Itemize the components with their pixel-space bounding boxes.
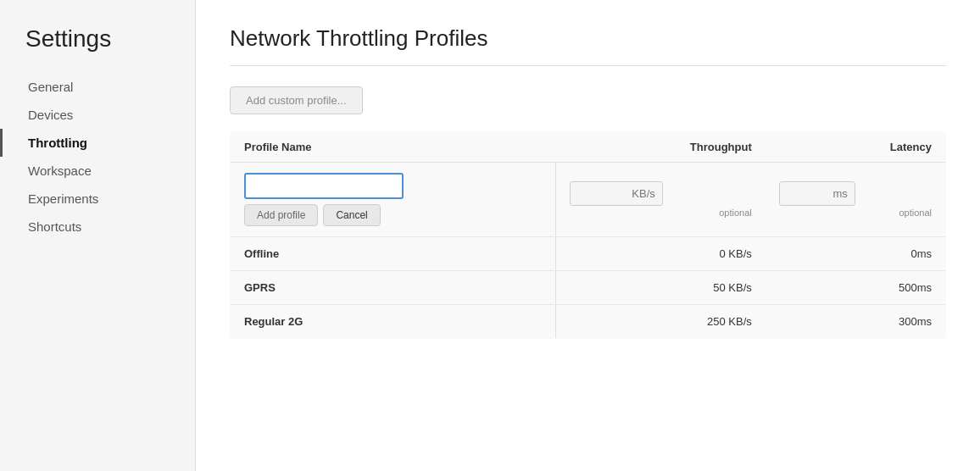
sidebar-title: Settings — [0, 25, 195, 73]
sidebar: Settings General Devices Throttling Work… — [0, 0, 195, 471]
page-title: Network Throttling Profiles — [230, 25, 946, 52]
col-header-profile-name: Profile Name — [231, 132, 556, 163]
table-row: Regular 2G 250 KB/s 300ms — [231, 305, 946, 339]
sidebar-item-general[interactable]: General — [0, 73, 195, 101]
sidebar-item-label: Workspace — [28, 163, 92, 178]
sidebar-item-label: Shortcuts — [28, 219, 81, 234]
sidebar-item-experiments[interactable]: Experiments — [0, 185, 195, 213]
sidebar-item-label: General — [28, 80, 73, 94]
table-row: Offline 0 KB/s 0ms — [231, 237, 946, 271]
sidebar-item-workspace[interactable]: Workspace — [0, 157, 195, 185]
table-header-row: Profile Name Throughput Latency — [231, 132, 946, 163]
main-content: Network Throttling Profiles Add custom p… — [195, 0, 980, 471]
throughput-cell: 0 KB/s — [555, 237, 765, 271]
sidebar-item-throttling[interactable]: Throttling — [0, 129, 195, 157]
col-header-latency: Latency — [766, 132, 946, 163]
sidebar-item-label: Experiments — [28, 191, 98, 206]
latency-input[interactable] — [779, 181, 855, 206]
throughput-optional-label: optional — [570, 206, 752, 218]
profile-name-cell: Regular 2G — [231, 305, 556, 339]
throughput-input-group: optional — [570, 181, 752, 218]
divider — [230, 65, 946, 66]
latency-cell: 500ms — [766, 271, 946, 305]
add-profile-row: Add profile Cancel optional optional — [231, 163, 946, 237]
sidebar-item-shortcuts[interactable]: Shortcuts — [0, 213, 195, 241]
latency-cell: 300ms — [766, 305, 946, 339]
latency-optional-label: optional — [779, 206, 932, 218]
throughput-cell: 50 KB/s — [555, 271, 765, 305]
sidebar-item-label: Devices — [28, 108, 73, 122]
latency-input-group: optional — [779, 181, 932, 218]
sidebar-item-devices[interactable]: Devices — [0, 101, 195, 129]
profile-name-cell: GPRS — [231, 271, 556, 305]
add-row-name-cell: Add profile Cancel — [231, 163, 556, 237]
col-header-throughput: Throughput — [555, 132, 765, 163]
cancel-button[interactable]: Cancel — [323, 204, 380, 226]
throughput-cell: 250 KB/s — [555, 305, 765, 339]
add-profile-button[interactable]: Add profile — [244, 204, 318, 226]
profile-name-cell: Offline — [231, 237, 556, 271]
action-buttons: Add profile Cancel — [244, 204, 542, 226]
latency-cell: 0ms — [766, 237, 946, 271]
profile-name-input[interactable] — [244, 173, 404, 199]
throughput-input[interactable] — [570, 181, 663, 206]
add-row-throughput-cell: optional — [555, 163, 765, 237]
sidebar-item-label: Throttling — [28, 136, 87, 150]
add-custom-profile-button[interactable]: Add custom profile... — [230, 86, 363, 114]
profiles-table: Profile Name Throughput Latency Add prof… — [230, 131, 946, 339]
table-row: GPRS 50 KB/s 500ms — [231, 271, 946, 305]
add-row-latency-cell: optional — [766, 163, 946, 237]
